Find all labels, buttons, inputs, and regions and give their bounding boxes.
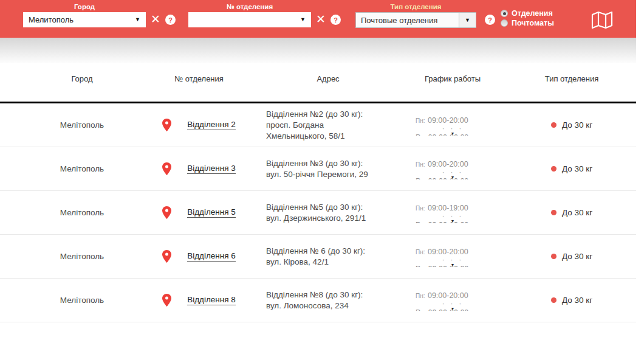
schedule-cell: Пн: 09:00-20:00 · · · Вт: 09:00-20:00 ▼: [398, 114, 507, 136]
branch-link[interactable]: Відділення 6: [187, 251, 236, 262]
branch-type-filter-label: Тип отделения: [355, 3, 476, 10]
schedule-cell: Пн: 09:00-19:00 · · · Вт: 09:00-19:00 ▼: [398, 202, 507, 223]
radio-unselected-icon: [501, 19, 508, 27]
type-dot-icon: [551, 122, 557, 128]
city-select[interactable]: Мелитополь ▼: [23, 12, 146, 27]
address-cell: Відділення №3 (до 30 кг): вул. 50-річчя …: [258, 158, 380, 180]
type-cell: До 30 кг: [507, 208, 636, 217]
type-dot-icon: [551, 210, 557, 215]
city-cell: Мелітополь: [0, 120, 140, 130]
city-cell: Мелітополь: [0, 296, 140, 305]
type-cell: До 30 кг: [507, 296, 636, 305]
clear-city-icon[interactable]: ✕: [149, 13, 162, 26]
map-pin-icon[interactable]: [162, 294, 171, 307]
schedule-ellipsis: · · ·: [416, 257, 490, 263]
schedule-widget[interactable]: Пн: 09:00-20:00 · · · Вт: 09:00-20:00 ▼: [416, 158, 490, 179]
schedule-cell: Пн: 09:00-20:00 · · · Вт: 09:00-20:00 ▼: [398, 290, 507, 311]
schedule-ellipsis: · · ·: [416, 300, 490, 307]
map-pin-icon[interactable]: [162, 162, 171, 175]
chevron-down-icon: ▼: [135, 17, 140, 23]
expand-schedule-icon[interactable]: ▼: [451, 175, 455, 179]
table-row: Мелітополь Відділення 3 Відділення №3 (д…: [0, 147, 636, 191]
branch-link[interactable]: Відділення 5: [187, 207, 236, 218]
branch-cell: Відділення 6: [140, 250, 258, 263]
expand-schedule-icon[interactable]: ▼: [451, 263, 455, 267]
branch-number-filter-label: № отделения: [188, 3, 311, 10]
schedule-clipped-line: Вт: 09:00-20:00 ▼: [416, 263, 490, 267]
type-cell: До 30 кг: [507, 252, 636, 261]
branch-link[interactable]: Відділення 8: [187, 295, 236, 305]
column-header-address: Адрес: [258, 74, 398, 83]
table-body: Мелітополь Відділення 2 Відділення №2 (д…: [0, 103, 636, 322]
filter-bar: Город Мелитополь ▼ ✕ ? № отделения ▼ ✕ ?…: [0, 0, 636, 38]
branch-number-help-icon[interactable]: ?: [331, 15, 341, 25]
map-view-button[interactable]: [591, 10, 614, 32]
address-cell: Відділення №5 (до 30 кг): вул. Дзержинсь…: [258, 202, 380, 224]
type-cell: До 30 кг: [507, 120, 636, 130]
column-header-city: Город: [0, 74, 140, 83]
radio-branches[interactable]: Отделения: [501, 9, 554, 18]
schedule-clipped-line: Вт: 09:00-20:00 ▼: [416, 175, 490, 179]
expand-schedule-icon[interactable]: ▼: [451, 131, 455, 136]
type-cell: До 30 кг: [507, 164, 636, 173]
city-cell: Мелітополь: [0, 208, 140, 217]
table-row: Мелітополь Відділення 5 Відділення №5 (д…: [0, 191, 636, 235]
view-mode-radio-group: Отделения Почтоматы: [501, 9, 554, 28]
map-pin-icon[interactable]: [162, 206, 171, 219]
branch-number-select[interactable]: ▼: [188, 12, 311, 27]
column-header-schedule: График работы: [398, 74, 507, 83]
schedule-widget[interactable]: Пн: 09:00-20:00 · · · Вт: 09:00-20:00 ▼: [416, 290, 490, 311]
schedule-ellipsis: · · ·: [416, 169, 490, 175]
header-gradient: [0, 38, 636, 63]
schedule-ellipsis: · · ·: [416, 213, 490, 219]
address-cell: Відділення №2 (до 30 кг): просп. Богдана…: [258, 109, 380, 142]
column-header-branch-type: Тип отделения: [507, 74, 636, 83]
expand-schedule-icon[interactable]: ▼: [451, 219, 455, 223]
branch-cell: Відділення 8: [140, 294, 258, 307]
address-cell: Відділення №8 (до 30 кг): вул. Ломоносов…: [258, 290, 380, 311]
schedule-widget[interactable]: Пн: 09:00-20:00 · · · Вт: 09:00-20:00 ▼: [416, 114, 490, 136]
city-cell: Мелітополь: [0, 252, 140, 261]
column-header-branch-number: № отделения: [140, 74, 258, 83]
table-row: Мелітополь Відділення 6 Відділення № 6 (…: [0, 235, 636, 279]
schedule-widget[interactable]: Пн: 09:00-19:00 · · · Вт: 09:00-19:00 ▼: [416, 202, 490, 223]
map-pin-icon[interactable]: [162, 119, 171, 131]
chevron-down-icon: ▼: [465, 18, 470, 23]
branch-cell: Відділення 3: [140, 162, 258, 175]
branch-type-arrow-button[interactable]: ▼: [459, 13, 476, 27]
city-help-icon[interactable]: ?: [165, 15, 176, 25]
branch-link[interactable]: Відділення 3: [187, 164, 236, 174]
map-icon: [591, 10, 614, 30]
schedule-widget[interactable]: Пн: 09:00-20:00 · · · Вт: 09:00-20:00 ▼: [416, 246, 490, 267]
table-row: Мелітополь Відділення 8 Відділення №8 (д…: [0, 279, 636, 322]
city-filter-label: Город: [23, 3, 146, 10]
table-header: Город № отделения Адрес График работы Ти…: [0, 63, 636, 103]
city-cell: Мелітополь: [0, 164, 140, 173]
schedule-ellipsis: · · ·: [416, 125, 490, 131]
radio-parcel-lockers[interactable]: Почтоматы: [501, 18, 554, 28]
radio-selected-icon: [501, 10, 508, 17]
type-dot-icon: [551, 254, 557, 259]
type-dot-icon: [551, 297, 557, 303]
schedule-clipped-line: Вт: 09:00-19:00 ▼: [416, 219, 490, 223]
chevron-down-icon: ▼: [300, 17, 306, 23]
map-pin-icon[interactable]: [162, 250, 171, 263]
address-cell: Відділення № 6 (до 30 кг): вул. Кірова, …: [258, 246, 380, 268]
clear-branch-number-icon[interactable]: ✕: [315, 13, 327, 26]
branch-cell: Відділення 2: [140, 119, 258, 131]
expand-schedule-icon[interactable]: ▼: [451, 307, 455, 311]
schedule-cell: Пн: 09:00-20:00 · · · Вт: 09:00-20:00 ▼: [398, 246, 507, 267]
branch-cell: Відділення 5: [140, 206, 258, 219]
schedule-clipped-line: Вт: 09:00-20:00 ▼: [416, 307, 490, 311]
page: Город Мелитополь ▼ ✕ ? № отделения ▼ ✕ ?…: [0, 0, 636, 340]
type-dot-icon: [551, 166, 557, 172]
branch-type-select[interactable]: Почтовые отделения ▼: [355, 12, 476, 28]
city-select-value: Мелитополь: [29, 15, 74, 24]
branch-type-select-value: Почтовые отделения: [356, 13, 459, 27]
table-row: Мелітополь Відділення 2 Відділення №2 (д…: [0, 103, 636, 147]
schedule-cell: Пн: 09:00-20:00 · · · Вт: 09:00-20:00 ▼: [398, 158, 507, 179]
schedule-clipped-line: Вт: 09:00-20:00 ▼: [416, 131, 490, 136]
branch-link[interactable]: Відділення 2: [187, 120, 236, 130]
branch-type-help-icon[interactable]: ?: [485, 15, 495, 25]
